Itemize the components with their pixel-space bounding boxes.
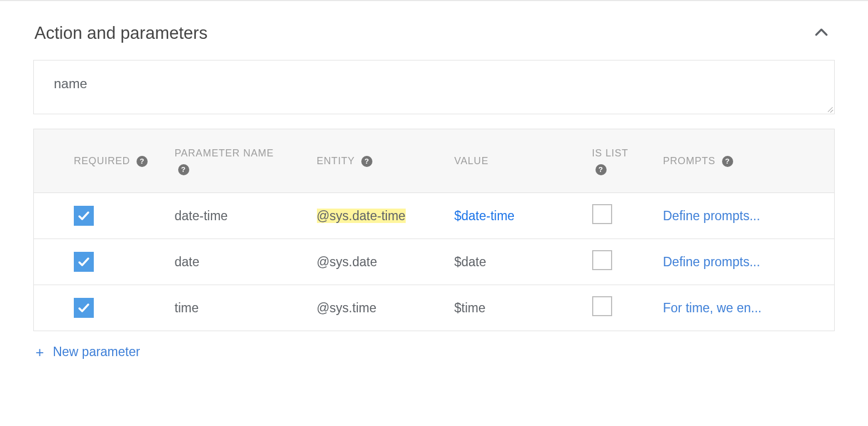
help-icon[interactable]: ?: [596, 164, 607, 175]
cell-parameter-name[interactable]: time: [174, 285, 311, 331]
entity-value: @sys.date-time: [317, 209, 406, 223]
new-parameter-button[interactable]: + New parameter: [33, 331, 142, 364]
table-row[interactable]: time@sys.time$timeFor time, we en...: [34, 285, 835, 331]
help-icon[interactable]: ?: [722, 156, 733, 167]
col-header-parameter-name-label: PARAMETER NAME: [175, 148, 274, 159]
col-header-is-list-label: IS LIST: [592, 148, 629, 159]
cell-value[interactable]: $date-time: [449, 193, 587, 239]
col-header-is-list: IS LIST ?: [587, 129, 658, 193]
action-name-input[interactable]: [34, 60, 834, 111]
section-header[interactable]: Action and parameters: [33, 1, 835, 60]
plus-icon: +: [36, 345, 44, 359]
table-row[interactable]: date-time@sys.date-time$date-timeDefine …: [34, 193, 835, 239]
entity-value: @sys.time: [317, 301, 377, 315]
is-list-checkbox[interactable]: [592, 296, 612, 316]
is-list-checkbox[interactable]: [592, 204, 612, 224]
chevron-up-icon: [814, 24, 829, 40]
action-name-field-wrap: [33, 60, 835, 114]
help-icon[interactable]: ?: [137, 156, 148, 167]
col-header-parameter-name: PARAMETER NAME ?: [174, 129, 311, 193]
cell-prompts: For time, we en...: [658, 285, 835, 331]
prompts-link[interactable]: For time, we en...: [663, 298, 762, 318]
prompts-link[interactable]: Define prompts...: [663, 252, 760, 272]
required-checkbox[interactable]: [74, 298, 94, 318]
cell-value[interactable]: $time: [449, 285, 587, 331]
collapse-toggle[interactable]: [814, 24, 834, 42]
col-header-prompts-label: PROMPTS: [663, 155, 716, 166]
new-parameter-label: New parameter: [53, 344, 140, 359]
required-checkbox[interactable]: [74, 252, 94, 272]
col-header-prompts: PROMPTS ?: [658, 129, 835, 193]
cell-value[interactable]: $date: [449, 239, 587, 285]
cell-parameter-name[interactable]: date: [174, 239, 311, 285]
cell-entity[interactable]: @sys.time: [311, 285, 449, 331]
action-parameters-section: Action and parameters REQUIRED ? PARAMET…: [0, 1, 868, 386]
col-header-entity: ENTITY ?: [311, 129, 449, 193]
cell-is-list: [587, 193, 658, 239]
col-header-entity-label: ENTITY: [317, 155, 355, 166]
help-icon[interactable]: ?: [361, 156, 372, 167]
required-checkbox[interactable]: [74, 206, 94, 226]
col-header-required-label: REQUIRED: [74, 155, 130, 166]
prompts-link[interactable]: Define prompts...: [663, 206, 760, 226]
cell-prompts: Define prompts...: [658, 239, 835, 285]
table-header-row: REQUIRED ? PARAMETER NAME ? ENTITY ? VAL…: [34, 129, 835, 193]
col-header-value: VALUE: [449, 129, 587, 193]
is-list-checkbox[interactable]: [592, 250, 612, 270]
table-row[interactable]: date@sys.date$dateDefine prompts...: [34, 239, 835, 285]
cell-entity[interactable]: @sys.date: [311, 239, 449, 285]
parameters-tbody: date-time@sys.date-time$date-timeDefine …: [34, 193, 835, 331]
parameters-table: REQUIRED ? PARAMETER NAME ? ENTITY ? VAL…: [33, 129, 835, 331]
col-header-required: REQUIRED ?: [34, 129, 174, 193]
cell-parameter-name[interactable]: date-time: [174, 193, 311, 239]
cell-required: [34, 239, 174, 285]
value-text: $date: [455, 255, 487, 269]
cell-prompts: Define prompts...: [658, 193, 835, 239]
help-icon[interactable]: ?: [178, 164, 189, 175]
value-text: $date-time: [455, 209, 515, 223]
cell-is-list: [587, 239, 658, 285]
value-text: $time: [455, 301, 486, 315]
cell-required: [34, 193, 174, 239]
section-title: Action and parameters: [34, 23, 208, 43]
col-header-value-label: VALUE: [455, 155, 489, 166]
cell-is-list: [587, 285, 658, 331]
cell-entity[interactable]: @sys.date-time: [311, 193, 449, 239]
cell-required: [34, 285, 174, 331]
entity-value: @sys.date: [317, 255, 377, 269]
